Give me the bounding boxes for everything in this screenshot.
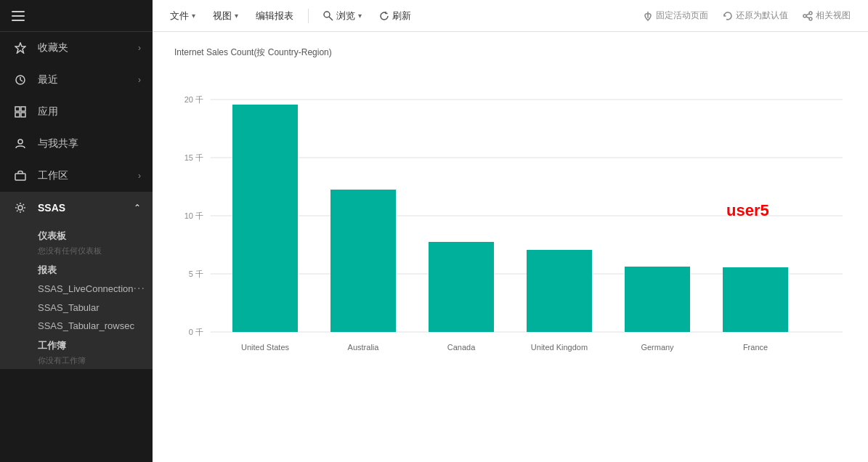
- view-label: 视图: [213, 9, 232, 23]
- sidebar-item-workspace[interactable]: 工作区 ›: [0, 160, 153, 192]
- report-live-dots[interactable]: ···: [134, 282, 145, 295]
- reset-button[interactable]: 还原为默认值: [717, 7, 794, 25]
- watermark: user5: [726, 201, 769, 219]
- svg-line-18: [806, 14, 809, 15]
- bar-fr: [723, 267, 788, 332]
- ssas-label: SSAS: [38, 202, 134, 214]
- related-label: 相关视图: [816, 9, 851, 22]
- chart-area: 0 千 5 千 10 千 15 千 20 千 United States Aus…: [174, 70, 846, 419]
- pin-label: 固定活动页面: [656, 9, 708, 22]
- reset-label: 还原为默认值: [736, 9, 788, 22]
- recent-label: 最近: [38, 73, 138, 86]
- x-label-us: United States: [241, 343, 290, 352]
- file-menu-button[interactable]: 文件 ▾: [164, 7, 201, 25]
- sidebar-item-favorites[interactable]: 收藏夹 ›: [0, 32, 153, 64]
- x-label-de: Germany: [641, 343, 674, 352]
- apps-label: 应用: [38, 105, 141, 118]
- browse-caret: ▾: [358, 12, 362, 20]
- clock-icon: [12, 71, 29, 89]
- sidebar-header: [0, 0, 153, 32]
- favorites-chevron: ›: [138, 43, 141, 53]
- svg-point-15: [803, 15, 806, 17]
- browse-button[interactable]: 浏览 ▾: [317, 7, 368, 25]
- reports-section-title: 报表: [0, 259, 153, 278]
- svg-point-16: [809, 12, 812, 15]
- x-label-au: Australia: [348, 343, 380, 352]
- file-label: 文件: [170, 9, 189, 23]
- bar-de: [625, 267, 690, 332]
- workspace-chevron: ›: [138, 171, 141, 181]
- svg-point-10: [18, 206, 23, 210]
- view-menu-button[interactable]: 视图 ▾: [207, 7, 244, 25]
- svg-line-12: [329, 17, 333, 20]
- topbar-right: 固定活动页面 还原为默认值 相关视图: [637, 7, 856, 25]
- sidebar: 收藏夹 › 最近 › 应用: [0, 0, 153, 462]
- sidebar-item-shared[interactable]: 与我共享: [0, 128, 153, 160]
- svg-text:10 千: 10 千: [184, 211, 203, 220]
- svg-text:0 千: 0 千: [189, 328, 203, 336]
- file-caret: ▾: [192, 12, 195, 20]
- svg-text:15 千: 15 千: [184, 153, 203, 162]
- svg-rect-4: [15, 107, 20, 111]
- svg-rect-6: [15, 113, 20, 117]
- ssas-chevron: ⌃: [134, 203, 141, 213]
- workbook-section-title: 工作簿: [0, 335, 153, 354]
- sidebar-item-ssas[interactable]: SSAS ⌃: [0, 192, 153, 224]
- ssas-section: 仪表板 您没有任何仪表板 报表 SSAS_LiveConnection ··· …: [0, 224, 153, 369]
- svg-rect-9: [15, 174, 25, 180]
- reset-icon: [723, 11, 733, 21]
- svg-line-19: [806, 17, 809, 18]
- bar-ca: [429, 242, 494, 332]
- sidebar-item-recent[interactable]: 最近 ›: [0, 64, 153, 96]
- chart-title: Internet Sales Count(按 Country-Region): [174, 46, 846, 59]
- browse-icon: [323, 11, 333, 21]
- x-label-ca: Canada: [447, 343, 476, 352]
- svg-marker-0: [15, 43, 25, 53]
- related-button[interactable]: 相关视图: [797, 7, 856, 25]
- svg-line-3: [20, 80, 23, 81]
- bar-us: [232, 105, 298, 332]
- report-live-label: SSAS_LiveConnection: [38, 283, 134, 294]
- svg-rect-5: [21, 107, 25, 111]
- workbook-empty-text: 你没有工作簿: [0, 354, 153, 369]
- x-label-uk: United Kingdom: [531, 343, 588, 352]
- workspace-label: 工作区: [38, 169, 138, 182]
- edit-report-label: 编辑报表: [256, 9, 293, 23]
- report-tabular-rowsec-label: SSAS_Tabular_rowsec: [38, 320, 134, 331]
- svg-point-11: [324, 12, 330, 17]
- favorites-label: 收藏夹: [38, 41, 138, 54]
- grid-icon: [12, 103, 29, 121]
- view-caret: ▾: [235, 12, 238, 20]
- browse-label: 浏览: [336, 9, 355, 23]
- recent-chevron: ›: [138, 75, 141, 85]
- bar-uk: [527, 250, 592, 332]
- edit-report-button[interactable]: 编辑报表: [250, 7, 299, 25]
- ssas-icon: [12, 199, 29, 216]
- report-ssas-live[interactable]: SSAS_LiveConnection ···: [0, 278, 153, 299]
- refresh-button[interactable]: 刷新: [373, 7, 417, 25]
- pin-icon: [643, 11, 653, 21]
- refresh-label: 刷新: [392, 9, 411, 23]
- pin-button[interactable]: 固定活动页面: [637, 7, 714, 25]
- report-ssas-tabular-rowsec[interactable]: SSAS_Tabular_rowsec: [0, 317, 153, 335]
- person-icon: [12, 135, 29, 153]
- topbar-separator-1: [308, 9, 309, 23]
- svg-point-8: [18, 139, 23, 144]
- sidebar-item-apps[interactable]: 应用: [0, 96, 153, 128]
- dashboard-section-title: 仪表板: [0, 224, 153, 244]
- bar-au: [330, 190, 396, 332]
- svg-rect-7: [21, 113, 25, 117]
- shared-label: 与我共享: [38, 137, 141, 150]
- svg-text:20 千: 20 千: [184, 95, 203, 104]
- x-label-fr: France: [743, 343, 768, 352]
- dashboard-empty-text: 您没有任何仪表板: [0, 244, 153, 259]
- related-icon: [803, 11, 813, 21]
- svg-text:5 千: 5 千: [189, 270, 203, 278]
- refresh-icon: [379, 11, 389, 21]
- report-tabular-label: SSAS_Tabular: [38, 302, 100, 313]
- topbar: 文件 ▾ 视图 ▾ 编辑报表 浏览 ▾ 刷新 固定活动页面: [153, 0, 868, 32]
- report-ssas-tabular[interactable]: SSAS_Tabular: [0, 299, 153, 317]
- hamburger-icon[interactable]: [12, 11, 25, 21]
- star-icon: [12, 39, 29, 57]
- bar-chart: 0 千 5 千 10 千 15 千 20 千 United States Aus…: [174, 70, 857, 397]
